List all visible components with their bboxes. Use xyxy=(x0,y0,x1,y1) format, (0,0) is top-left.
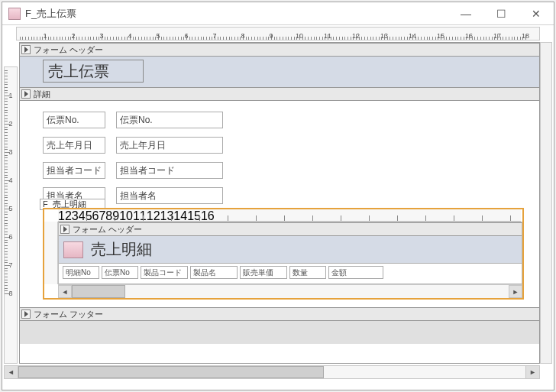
label-slip-no[interactable]: 伝票No. xyxy=(43,112,105,128)
window-title: F_売上伝票 xyxy=(25,7,448,21)
ruler-tick-label: 3 xyxy=(72,209,79,222)
subform-column-label[interactable]: 明細No xyxy=(63,266,99,279)
ruler-tick-label: 9 xyxy=(112,209,119,222)
textbox-staff-code[interactable]: 担当者コード xyxy=(116,162,223,179)
ruler-tick-label: 4 xyxy=(128,32,131,40)
subform-column-label[interactable]: 販売単価 xyxy=(240,266,287,279)
section-bar-form-header[interactable]: フォーム ヘッダー xyxy=(20,43,539,57)
horizontal-scrollbar[interactable]: ◄ ► xyxy=(4,365,540,379)
ruler-tick-label: 1 xyxy=(58,209,65,222)
subform-icon xyxy=(63,241,83,258)
subform-column-label[interactable]: 伝票No xyxy=(102,266,138,279)
subform-column-label[interactable]: 金額 xyxy=(328,266,383,279)
subform-section-label-header: フォーム ヘッダー xyxy=(73,224,142,235)
form-footer-body[interactable] xyxy=(20,321,539,344)
scroll-thumb[interactable] xyxy=(18,366,324,378)
window-frame: F_売上伝票 — ☐ ✕ 123456789101112131415161718… xyxy=(2,2,554,390)
subform-column-labels-row: 明細No伝票No製品コード製品名販売単価数量金額 xyxy=(59,264,522,281)
subform-column-label[interactable]: 数量 xyxy=(289,266,326,279)
subform-design-surface[interactable]: フォーム ヘッダー 売上明細 明細No伝票No製品コード製品名販売単価数量金額 xyxy=(58,222,522,284)
subform-title-label[interactable]: 売上明細 xyxy=(91,239,152,260)
section-expand-icon xyxy=(21,309,31,319)
minimize-button[interactable]: — xyxy=(448,2,483,25)
ruler-tick-label: 7 xyxy=(212,32,216,40)
scroll-left-icon[interactable]: ◄ xyxy=(58,285,72,298)
ruler-tick-label: 14 xyxy=(173,209,187,222)
detail-body[interactable]: 伝票No. 伝票No. 売上年月日 売上年月日 担当者コード 担当者コード 担当… xyxy=(20,101,539,307)
form-icon xyxy=(8,8,21,20)
ruler-tick-label: 8 xyxy=(241,32,244,40)
ruler-tick-label: 11 xyxy=(133,209,147,222)
label-sales-date[interactable]: 売上年月日 xyxy=(43,137,105,154)
subform-horizontal-ruler[interactable]: 12345678910111213141516 xyxy=(58,209,521,222)
subform-header-body[interactable]: 売上明細 xyxy=(59,236,522,264)
ruler-tick-label: 6 xyxy=(184,32,188,40)
section-label-form-footer: フォーム フッター xyxy=(34,309,103,320)
ruler-tick-label: 3 xyxy=(99,32,103,40)
vertical-scrollbar[interactable] xyxy=(540,42,552,364)
section-expand-icon xyxy=(21,89,31,99)
ruler-tick-label: 4 xyxy=(79,209,86,222)
ruler-tick-label: 12 xyxy=(147,209,160,222)
title-label-control[interactable]: 売上伝票 xyxy=(43,60,144,83)
ruler-tick-label: 2 xyxy=(71,32,75,40)
ruler-tick-label: 2 xyxy=(65,209,72,222)
subform-column-label[interactable]: 製品名 xyxy=(190,266,238,279)
ruler-tick-label: 9 xyxy=(269,32,273,40)
textbox-staff-name[interactable]: 担当者名 xyxy=(116,187,223,204)
ruler-tick-label: 5 xyxy=(156,32,160,40)
subform-section-bar-header[interactable]: フォーム ヘッダー xyxy=(59,222,522,236)
ruler-tick-label: 10 xyxy=(119,209,133,222)
section-label-form-header: フォーム ヘッダー xyxy=(34,44,103,56)
ruler-tick-label: 7 xyxy=(99,209,105,222)
close-button[interactable]: ✕ xyxy=(519,2,554,25)
scroll-right-icon[interactable]: ► xyxy=(509,285,522,298)
subform-column-label[interactable]: 製品コード xyxy=(141,266,188,279)
maximize-button[interactable]: ☐ xyxy=(483,2,519,25)
form-header-body[interactable]: 売上伝票 xyxy=(20,57,539,87)
scroll-thumb[interactable] xyxy=(72,285,125,298)
subform-horizontal-scrollbar[interactable]: ◄ ► xyxy=(58,284,522,298)
textbox-sales-date[interactable]: 売上年月日 xyxy=(116,137,223,154)
subform-vertical-ruler[interactable] xyxy=(44,222,58,284)
ruler-tick-label: 1 xyxy=(43,32,47,40)
subform-control[interactable]: 12345678910111213141516 フォーム ヘッダー 売上明細 明… xyxy=(43,208,524,300)
vertical-ruler[interactable]: 12345678 xyxy=(4,66,18,364)
section-label-detail: 詳細 xyxy=(34,89,50,100)
textbox-slip-no[interactable]: 伝票No. xyxy=(116,112,223,128)
section-bar-detail[interactable]: 詳細 xyxy=(20,87,539,101)
title-bar[interactable]: F_売上伝票 — ☐ ✕ xyxy=(2,2,554,25)
scroll-right-icon[interactable]: ► xyxy=(525,366,539,378)
horizontal-ruler[interactable]: 123456789101112131415161718 xyxy=(16,27,540,40)
ruler-tick-label: 16 xyxy=(201,209,215,222)
section-expand-icon xyxy=(60,225,70,234)
section-bar-form-footer[interactable]: フォーム フッター xyxy=(20,307,539,321)
label-staff-code[interactable]: 担当者コード xyxy=(43,162,105,179)
scroll-left-icon[interactable]: ◄ xyxy=(5,366,18,378)
ruler-tick-label: 8 xyxy=(105,209,112,222)
section-expand-icon xyxy=(21,45,31,54)
form-design-surface[interactable]: フォーム ヘッダー 売上伝票 詳細 伝票No. 伝票No. 売上年月日 売上年月… xyxy=(19,42,540,364)
